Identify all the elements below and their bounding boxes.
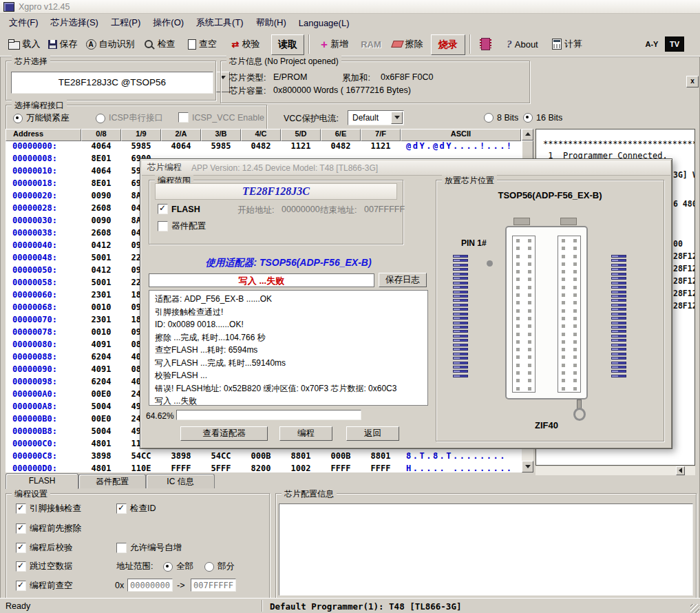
- 8bits-radio[interactable]: 8 Bits: [484, 113, 518, 123]
- operation-log[interactable]: 适配器: ADP_F56_EX-B ......OK 引脚接触检查通过! ID:…: [149, 290, 428, 406]
- scroll-up-button[interactable]: [522, 129, 533, 141]
- auto-serial-checkbox[interactable]: 允许编号自增: [116, 542, 182, 554]
- erase-button[interactable]: 擦除: [387, 34, 428, 54]
- blank-before-checkbox[interactable]: 编程前查空: [16, 580, 73, 592]
- menu-item[interactable]: 系统工具(T): [190, 14, 250, 31]
- program-range-groupbox: 编程范围 TE28F128J3C FLASH 开始地址: 00000000 结束…: [149, 180, 403, 245]
- scroll-down-button[interactable]: [522, 461, 533, 472]
- new-project-label: 新增: [330, 38, 348, 50]
- message-log-hscrollbar[interactable]: [535, 466, 695, 475]
- checkbox-icon: [16, 581, 26, 591]
- checksum-value: 0x6F8F F0C0: [381, 72, 433, 82]
- view-adapter-button[interactable]: 查看适配器: [180, 426, 268, 441]
- dialog-titlebar[interactable]: 芯片编程 APP Version: 12.45 Device Model: T4…: [142, 160, 670, 176]
- skip-blank-checkbox[interactable]: 跳过空数据: [16, 561, 73, 572]
- calculator-button[interactable]: 计算: [547, 34, 588, 54]
- log-fragment: 28F12: [673, 251, 695, 261]
- socket-pin: [611, 273, 626, 276]
- ic-chip-icon: [481, 38, 490, 50]
- ram-test-button[interactable]: RAM: [357, 34, 385, 54]
- check-button[interactable]: 检查: [139, 34, 180, 54]
- menu-item[interactable]: Language(L): [293, 16, 356, 30]
- address-from-input[interactable]: [127, 579, 173, 592]
- window-titlebar[interactable]: Xgpro v12.45: [0, 0, 700, 14]
- scroll-left-button[interactable]: [676, 466, 685, 475]
- ic-tool-button[interactable]: [475, 34, 496, 54]
- device-config-checkbox[interactable]: 器件配置: [158, 220, 206, 232]
- address-to-input[interactable]: [191, 579, 236, 592]
- panel-close-button[interactable]: x: [686, 76, 699, 87]
- blank-before-label: 编程前查空: [30, 580, 73, 592]
- window-title: Xgpro v12.45: [19, 2, 70, 12]
- erase-before-checkbox[interactable]: 编程前先擦除: [16, 523, 81, 534]
- range-all-radio[interactable]: 全部: [163, 561, 193, 572]
- resize-grip[interactable]: [690, 604, 699, 613]
- tv-mode-button[interactable]: TV: [665, 34, 684, 54]
- menu-item[interactable]: 文件(F): [3, 14, 45, 31]
- app-icon: [3, 2, 14, 12]
- hex-col-header: 6/E: [321, 129, 361, 141]
- verify-button[interactable]: ⇄校验: [224, 34, 267, 54]
- checkbox-icon: [178, 112, 189, 123]
- zif-socket-drawing: [505, 226, 588, 399]
- socket-pin: [611, 277, 626, 280]
- blank-check-button[interactable]: 查空: [182, 34, 223, 54]
- log-fragment: 28F12: [673, 289, 695, 298]
- range-part-radio[interactable]: 部分: [204, 561, 235, 572]
- burn-button[interactable]: 烧录: [431, 34, 465, 55]
- 16bits-radio[interactable]: 16 Bits: [523, 113, 562, 123]
- new-project-button[interactable]: +新增: [314, 34, 355, 54]
- hex-col-header: 7/F: [361, 129, 401, 141]
- serial-range-button[interactable]: A-Y: [639, 34, 665, 54]
- back-button[interactable]: 返回: [346, 426, 399, 441]
- verify-after-checkbox[interactable]: 编程后校验: [16, 542, 73, 554]
- tab-device-config[interactable]: 器件配置: [78, 474, 146, 488]
- check-id-checkbox[interactable]: 检查ID: [116, 503, 156, 515]
- auto-detect-icon: A: [86, 39, 96, 50]
- progress-percent: 64.62%: [146, 411, 174, 421]
- socket-pin: [453, 375, 468, 377]
- chip-placement-legend: 放置芯片位置: [442, 175, 497, 187]
- socket-pin: [453, 259, 468, 262]
- chip-name-banner: TE28F128J3C: [155, 183, 397, 200]
- hex-row[interactable]: 00000000:4064598540645985048211210482112…: [6, 141, 521, 154]
- ram-label: RAM: [361, 39, 381, 50]
- checkbox-icon: [16, 561, 26, 572]
- auto-detect-button[interactable]: A自动识别: [83, 34, 138, 54]
- save-log-button[interactable]: 保存日志: [379, 273, 427, 287]
- hex-header: Address0/81/92/A3/B4/C5/D6/E7/FASCII: [6, 129, 521, 141]
- save-button[interactable]: 保存: [44, 34, 81, 54]
- tab-flash[interactable]: FLASH: [6, 473, 78, 489]
- menu-item[interactable]: 芯片选择(S): [45, 14, 105, 31]
- radio-icon: [13, 114, 23, 123]
- socket-radio[interactable]: 万能锁紧座: [13, 112, 70, 124]
- chip-select-combobox[interactable]: TE28F128J3C @TSOP56: [11, 72, 213, 94]
- about-button[interactable]: ?About: [500, 34, 545, 54]
- vcc-current-dropdown[interactable]: Default: [348, 110, 404, 125]
- program-button[interactable]: 编程: [279, 426, 332, 441]
- menu-item[interactable]: 工程(P): [105, 14, 147, 31]
- chevron-down-icon[interactable]: [391, 112, 403, 124]
- socket-pin: [611, 339, 626, 342]
- flash-checkbox[interactable]: FLASH: [158, 204, 200, 214]
- socket-pin: [611, 357, 626, 360]
- socket-pin: [611, 375, 626, 377]
- hex-row[interactable]: 000000C8:389854CC389854CC000B8801000B880…: [6, 451, 521, 464]
- checkbox-icon: [16, 503, 26, 514]
- menu-item[interactable]: 操作(O): [147, 14, 190, 31]
- read-button[interactable]: 读取: [271, 34, 304, 55]
- adapter-in-use-line: 使用适配器: TSOP56(ADP-F56_EX-B): [147, 257, 429, 269]
- icsp-vcc-checkbox[interactable]: ICSP_VCC Enable: [178, 112, 264, 123]
- socket-pin: [611, 268, 626, 271]
- icsp-radio[interactable]: ICSP串行接口: [96, 112, 163, 124]
- log-fragment: 6 480: [673, 199, 695, 209]
- tab-ic-info[interactable]: IC 信息: [146, 474, 215, 488]
- adapter-name-label: TSOP56(ADP-F56_EX-B): [436, 190, 664, 200]
- menu-item[interactable]: 帮助(H): [250, 14, 293, 31]
- hex-col-header: 1/9: [121, 129, 161, 141]
- hex-row[interactable]: 000000D0:4801110EFFFF5FFF82001002FFFFFFF…: [6, 464, 521, 472]
- 16bits-label: 16 Bits: [536, 113, 562, 123]
- load-button[interactable]: 载入: [6, 34, 43, 54]
- pin-check-checkbox[interactable]: 引脚接触检查: [16, 503, 81, 515]
- socket-pin: [611, 362, 626, 364]
